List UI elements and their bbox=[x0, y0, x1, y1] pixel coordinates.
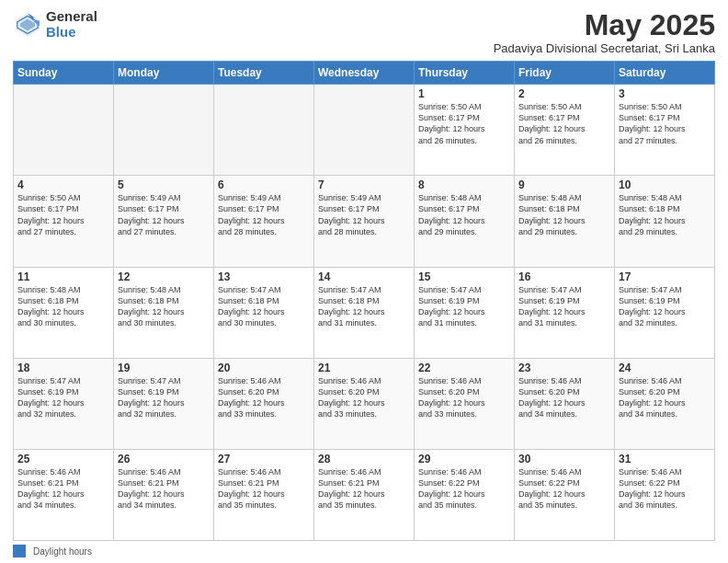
day-info: Sunrise: 5:48 AM Sunset: 6:17 PM Dayligh… bbox=[418, 192, 510, 237]
page: General Blue May 2025 Padaviya Divisiona… bbox=[0, 0, 728, 563]
day-info: Sunrise: 5:46 AM Sunset: 6:22 PM Dayligh… bbox=[518, 466, 610, 511]
calendar-week-row: 11Sunrise: 5:48 AM Sunset: 6:18 PM Dayli… bbox=[14, 267, 715, 358]
day-info: Sunrise: 5:46 AM Sunset: 6:20 PM Dayligh… bbox=[418, 375, 510, 420]
day-info: Sunrise: 5:47 AM Sunset: 6:18 PM Dayligh… bbox=[318, 284, 410, 329]
day-number: 3 bbox=[619, 87, 711, 100]
day-number: 6 bbox=[218, 178, 310, 191]
day-info: Sunrise: 5:49 AM Sunset: 6:17 PM Dayligh… bbox=[218, 192, 310, 237]
table-row: 24Sunrise: 5:46 AM Sunset: 6:20 PM Dayli… bbox=[615, 358, 715, 449]
logo-icon bbox=[13, 10, 42, 40]
day-info: Sunrise: 5:50 AM Sunset: 6:17 PM Dayligh… bbox=[418, 101, 510, 146]
table-row: 22Sunrise: 5:46 AM Sunset: 6:20 PM Dayli… bbox=[415, 358, 515, 449]
legend-box bbox=[13, 545, 26, 557]
day-number: 9 bbox=[518, 178, 610, 191]
table-row: 14Sunrise: 5:47 AM Sunset: 6:18 PM Dayli… bbox=[314, 267, 415, 358]
day-number: 13 bbox=[218, 270, 310, 283]
table-row bbox=[14, 85, 114, 176]
day-number: 10 bbox=[619, 178, 711, 191]
table-row: 23Sunrise: 5:46 AM Sunset: 6:20 PM Dayli… bbox=[515, 358, 615, 449]
table-row: 4Sunrise: 5:50 AM Sunset: 6:17 PM Daylig… bbox=[14, 176, 114, 267]
day-number: 23 bbox=[518, 362, 610, 374]
day-info: Sunrise: 5:47 AM Sunset: 6:19 PM Dayligh… bbox=[418, 284, 510, 329]
day-info: Sunrise: 5:47 AM Sunset: 6:19 PM Dayligh… bbox=[518, 284, 610, 329]
table-row: 27Sunrise: 5:46 AM Sunset: 6:21 PM Dayli… bbox=[214, 449, 314, 540]
logo: General Blue bbox=[13, 9, 97, 40]
day-number: 14 bbox=[318, 270, 410, 283]
day-number: 20 bbox=[218, 362, 310, 374]
col-friday: Friday bbox=[515, 62, 615, 85]
table-row: 16Sunrise: 5:47 AM Sunset: 6:19 PM Dayli… bbox=[515, 267, 615, 358]
day-info: Sunrise: 5:48 AM Sunset: 6:18 PM Dayligh… bbox=[118, 284, 210, 329]
table-row: 17Sunrise: 5:47 AM Sunset: 6:19 PM Dayli… bbox=[615, 267, 715, 358]
day-info: Sunrise: 5:47 AM Sunset: 6:19 PM Dayligh… bbox=[17, 375, 109, 420]
day-info: Sunrise: 5:46 AM Sunset: 6:20 PM Dayligh… bbox=[619, 375, 711, 420]
logo-general-text: General bbox=[46, 9, 97, 25]
table-row: 1Sunrise: 5:50 AM Sunset: 6:17 PM Daylig… bbox=[415, 85, 515, 176]
day-number: 25 bbox=[17, 453, 109, 465]
day-info: Sunrise: 5:46 AM Sunset: 6:22 PM Dayligh… bbox=[418, 466, 510, 511]
day-info: Sunrise: 5:49 AM Sunset: 6:17 PM Dayligh… bbox=[318, 192, 410, 237]
table-row: 25Sunrise: 5:46 AM Sunset: 6:21 PM Dayli… bbox=[14, 449, 114, 540]
table-row: 26Sunrise: 5:46 AM Sunset: 6:21 PM Dayli… bbox=[114, 449, 214, 540]
calendar-week-row: 4Sunrise: 5:50 AM Sunset: 6:17 PM Daylig… bbox=[14, 176, 715, 267]
day-number: 1 bbox=[418, 87, 510, 100]
col-wednesday: Wednesday bbox=[314, 62, 415, 85]
table-row: 13Sunrise: 5:47 AM Sunset: 6:18 PM Dayli… bbox=[214, 267, 314, 358]
day-info: Sunrise: 5:48 AM Sunset: 6:18 PM Dayligh… bbox=[619, 192, 711, 237]
day-info: Sunrise: 5:47 AM Sunset: 6:19 PM Dayligh… bbox=[118, 375, 210, 420]
month-title: May 2025 bbox=[494, 9, 715, 41]
table-row: 10Sunrise: 5:48 AM Sunset: 6:18 PM Dayli… bbox=[615, 176, 715, 267]
logo-blue-text: Blue bbox=[46, 25, 97, 40]
col-sunday: Sunday bbox=[14, 62, 114, 85]
day-info: Sunrise: 5:46 AM Sunset: 6:20 PM Dayligh… bbox=[518, 375, 610, 420]
day-info: Sunrise: 5:46 AM Sunset: 6:21 PM Dayligh… bbox=[218, 466, 310, 511]
day-number: 7 bbox=[318, 178, 410, 191]
day-info: Sunrise: 5:48 AM Sunset: 6:18 PM Dayligh… bbox=[17, 284, 109, 329]
table-row: 15Sunrise: 5:47 AM Sunset: 6:19 PM Dayli… bbox=[415, 267, 515, 358]
table-row: 20Sunrise: 5:46 AM Sunset: 6:20 PM Dayli… bbox=[214, 358, 314, 449]
day-number: 22 bbox=[418, 362, 510, 374]
col-monday: Monday bbox=[114, 62, 214, 85]
legend-label: Daylight hours bbox=[33, 546, 92, 557]
calendar-week-row: 18Sunrise: 5:47 AM Sunset: 6:19 PM Dayli… bbox=[14, 358, 715, 449]
table-row bbox=[114, 85, 214, 176]
day-number: 2 bbox=[518, 87, 610, 100]
table-row: 6Sunrise: 5:49 AM Sunset: 6:17 PM Daylig… bbox=[214, 176, 314, 267]
day-info: Sunrise: 5:48 AM Sunset: 6:18 PM Dayligh… bbox=[518, 192, 610, 237]
day-info: Sunrise: 5:46 AM Sunset: 6:20 PM Dayligh… bbox=[318, 375, 410, 420]
day-info: Sunrise: 5:46 AM Sunset: 6:22 PM Dayligh… bbox=[619, 466, 711, 511]
table-row: 30Sunrise: 5:46 AM Sunset: 6:22 PM Dayli… bbox=[515, 449, 615, 540]
logo-text: General Blue bbox=[46, 9, 97, 40]
subtitle: Padaviya Divisional Secretariat, Sri Lan… bbox=[494, 41, 715, 55]
day-number: 15 bbox=[418, 270, 510, 283]
day-number: 18 bbox=[17, 362, 109, 374]
day-number: 31 bbox=[619, 453, 711, 465]
day-number: 30 bbox=[518, 453, 610, 465]
day-number: 27 bbox=[218, 453, 310, 465]
day-number: 24 bbox=[619, 362, 711, 374]
day-number: 8 bbox=[418, 178, 510, 191]
table-row: 5Sunrise: 5:49 AM Sunset: 6:17 PM Daylig… bbox=[114, 176, 214, 267]
table-row: 7Sunrise: 5:49 AM Sunset: 6:17 PM Daylig… bbox=[314, 176, 415, 267]
day-info: Sunrise: 5:46 AM Sunset: 6:21 PM Dayligh… bbox=[118, 466, 210, 511]
day-number: 29 bbox=[418, 453, 510, 465]
table-row: 19Sunrise: 5:47 AM Sunset: 6:19 PM Dayli… bbox=[114, 358, 214, 449]
day-number: 21 bbox=[318, 362, 410, 374]
table-row: 31Sunrise: 5:46 AM Sunset: 6:22 PM Dayli… bbox=[615, 449, 715, 540]
table-row: 29Sunrise: 5:46 AM Sunset: 6:22 PM Dayli… bbox=[415, 449, 515, 540]
calendar-week-row: 1Sunrise: 5:50 AM Sunset: 6:17 PM Daylig… bbox=[14, 85, 715, 176]
title-block: May 2025 Padaviya Divisional Secretariat… bbox=[494, 9, 715, 55]
day-number: 17 bbox=[619, 270, 711, 283]
day-number: 4 bbox=[17, 178, 109, 191]
day-info: Sunrise: 5:50 AM Sunset: 6:17 PM Dayligh… bbox=[518, 101, 610, 146]
table-row bbox=[214, 85, 314, 176]
day-number: 5 bbox=[118, 178, 210, 191]
col-thursday: Thursday bbox=[415, 62, 515, 85]
table-row: 3Sunrise: 5:50 AM Sunset: 6:17 PM Daylig… bbox=[615, 85, 715, 176]
calendar-header-row: Sunday Monday Tuesday Wednesday Thursday… bbox=[14, 62, 715, 85]
day-number: 26 bbox=[118, 453, 210, 465]
calendar-table: Sunday Monday Tuesday Wednesday Thursday… bbox=[13, 61, 715, 541]
day-info: Sunrise: 5:46 AM Sunset: 6:21 PM Dayligh… bbox=[17, 466, 109, 511]
col-tuesday: Tuesday bbox=[214, 62, 314, 85]
table-row: 9Sunrise: 5:48 AM Sunset: 6:18 PM Daylig… bbox=[515, 176, 615, 267]
